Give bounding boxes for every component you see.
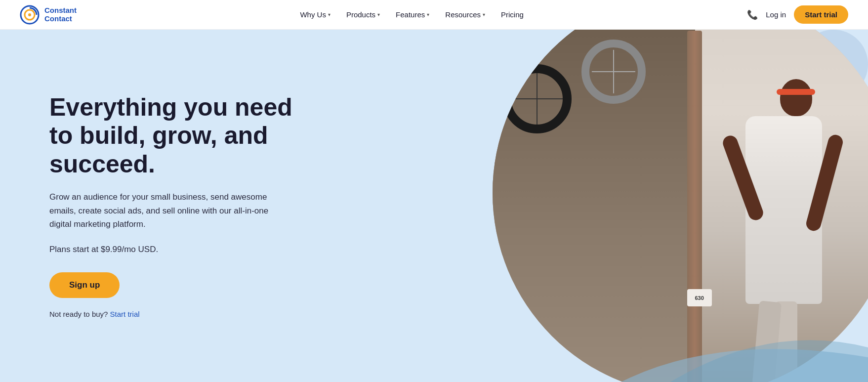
- main-navigation: Constant Contact Why Us ▾ Products ▾ Fea…: [0, 0, 868, 30]
- nav-item-products[interactable]: Products ▾: [339, 6, 387, 23]
- bike-wheel-back: [581, 40, 646, 104]
- chevron-down-icon: ▾: [427, 12, 429, 17]
- hero-section: Everything you need to build, grow, and …: [0, 30, 868, 382]
- logo[interactable]: Constant Contact: [20, 5, 77, 25]
- nav-link-why-us[interactable]: Why Us ▾: [293, 6, 337, 23]
- login-link[interactable]: Log in: [766, 10, 786, 19]
- not-ready-text: Not ready to buy? Start trial: [49, 310, 296, 318]
- chevron-down-icon: ▾: [377, 12, 380, 17]
- bike-wheel-front: [502, 64, 572, 133]
- nav-item-features[interactable]: Features ▾: [389, 6, 436, 23]
- hero-content: Everything you need to build, grow, and …: [0, 54, 336, 358]
- nav-link-pricing[interactable]: Pricing: [494, 6, 531, 23]
- start-trial-button[interactable]: Start trial: [794, 5, 848, 24]
- nav-link-features[interactable]: Features ▾: [389, 6, 436, 23]
- logo-text: Constant Contact: [44, 6, 77, 23]
- start-trial-link[interactable]: Start trial: [110, 310, 140, 318]
- hero-heading: Everything you need to build, grow, and …: [49, 93, 296, 179]
- hero-pricing: Plans start at $9.99/mo USD.: [49, 245, 296, 255]
- phone-icon: 📞: [747, 9, 758, 20]
- nav-link-products[interactable]: Products ▾: [339, 6, 387, 23]
- blue-swoosh: [621, 283, 868, 382]
- logo-icon: [20, 5, 40, 25]
- signup-button[interactable]: Sign up: [49, 272, 120, 298]
- hero-subtext: Grow an audience for your small business…: [49, 190, 287, 231]
- nav-item-why-us[interactable]: Why Us ▾: [293, 6, 337, 23]
- nav-item-pricing[interactable]: Pricing: [494, 6, 531, 23]
- chevron-down-icon: ▾: [328, 12, 331, 17]
- nav-item-resources[interactable]: Resources ▾: [438, 6, 492, 23]
- svg-point-2: [28, 13, 31, 16]
- nav-links: Why Us ▾ Products ▾ Features ▾ Resources…: [293, 6, 530, 23]
- chevron-down-icon: ▾: [483, 12, 485, 17]
- nav-right: 📞 Log in Start trial: [747, 5, 848, 24]
- hero-image-area: 630: [347, 30, 868, 382]
- nav-link-resources[interactable]: Resources ▾: [438, 6, 492, 23]
